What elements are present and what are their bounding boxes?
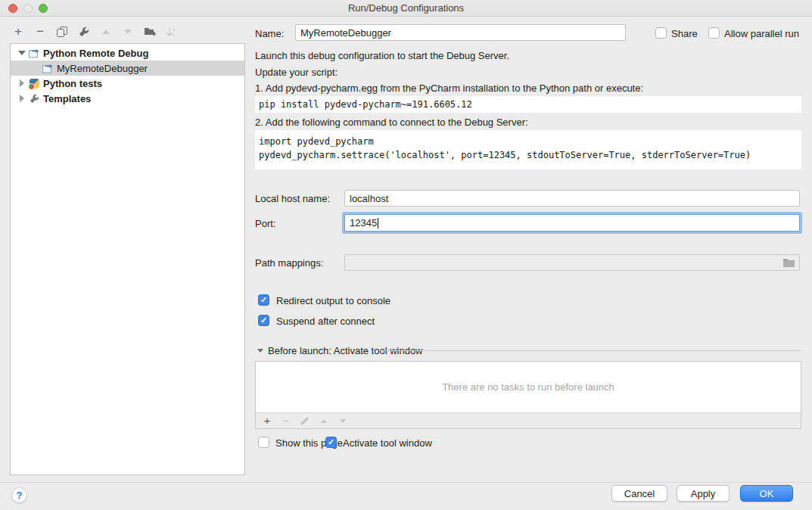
apply-button[interactable]: Apply (677, 485, 730, 502)
path-mappings-label: Path mappings: (255, 257, 323, 269)
port-input[interactable]: 12345 (344, 214, 800, 232)
code-line-2: pydevd_pycharm.settrace('localhost', por… (259, 148, 798, 162)
svg-text:z: z (173, 33, 175, 37)
copy-icon[interactable] (56, 26, 68, 38)
browse-folder-icon[interactable] (782, 257, 795, 268)
step2-text: 2. Add the following command to connect … (255, 117, 528, 128)
step1-text: 1. Add pydevd-pycharm.egg from the PyCha… (255, 82, 643, 94)
edit-task-icon[interactable] (300, 415, 310, 426)
share-checkbox[interactable] (655, 27, 667, 39)
chevron-right-icon[interactable] (16, 79, 28, 87)
footer-divider (0, 482, 812, 483)
activate-tool-window-label[interactable]: Activate tool window (343, 437, 432, 449)
intro-text: Launch this debug configuration to start… (255, 50, 509, 61)
chevron-down-icon[interactable] (16, 51, 28, 55)
chevron-right-icon[interactable] (16, 95, 28, 102)
help-button[interactable]: ? (11, 487, 27, 503)
allow-parallel-run-label[interactable]: Allow parallel run (724, 28, 799, 39)
tasks-empty-text: There are no tasks to run before launch (256, 362, 801, 412)
activate-tool-window-checkbox[interactable] (325, 437, 337, 448)
new-folder-icon[interactable] (144, 26, 156, 38)
show-this-page-checkbox[interactable] (258, 437, 269, 448)
share-label[interactable]: Share (671, 28, 698, 39)
move-up-icon[interactable] (100, 26, 112, 38)
sort-icon[interactable]: az (166, 26, 178, 38)
python-tests-icon (28, 78, 40, 89)
tree-item-label: Python tests (43, 78, 102, 89)
remove-icon[interactable]: − (34, 26, 46, 38)
suspend-after-connect-label[interactable]: Suspend after connect (276, 316, 375, 327)
name-label: Name: (255, 28, 284, 39)
local-host-name-label: Local host name: (255, 193, 330, 204)
update-script-text: Update your script: (255, 67, 338, 78)
tree-item-python-remote-debug[interactable]: Python Remote Debug (11, 45, 244, 61)
remote-debug-config-icon (28, 48, 40, 58)
text-caret (378, 218, 378, 229)
add-task-icon[interactable]: + (262, 415, 272, 426)
tree-item-label: MyRemoteDebugger (57, 63, 148, 74)
tree-item-templates[interactable]: Templates (11, 91, 244, 106)
chevron-down-icon (257, 349, 263, 353)
run-debug-configurations-dialog: Run/Debug Configurations + − az Python R… (0, 0, 812, 510)
code-line-1: import pydevd_pycharm (259, 135, 798, 148)
tree-item-label: Templates (43, 93, 91, 104)
redirect-output-checkbox[interactable] (258, 294, 269, 306)
port-value: 12345 (350, 217, 377, 229)
svg-text:a: a (173, 27, 176, 32)
tasks-toolbar: + − (256, 412, 801, 428)
add-icon[interactable]: + (12, 26, 24, 38)
name-input[interactable] (295, 24, 626, 41)
suspend-after-connect-checkbox[interactable] (258, 315, 269, 326)
remote-debug-config-icon (42, 63, 54, 73)
configurations-toolbar: + − az (12, 23, 178, 40)
allow-parallel-run-checkbox[interactable] (708, 27, 720, 39)
edit-defaults-icon[interactable] (78, 26, 90, 38)
move-down-icon[interactable] (122, 26, 134, 38)
tree-item-python-tests[interactable]: Python tests (11, 76, 244, 91)
tree-item-myremotedebugger[interactable]: MyRemoteDebugger (11, 61, 244, 76)
port-label: Port: (255, 218, 275, 229)
move-task-up-icon[interactable] (319, 415, 329, 426)
cancel-button[interactable]: Cancel (611, 485, 667, 502)
before-launch-tasks-panel: There are no tasks to run before launch … (255, 361, 801, 429)
tree-item-label: Python Remote Debug (43, 48, 148, 59)
window-title: Run/Debug Configurations (0, 0, 812, 17)
redirect-output-label[interactable]: Redirect output to console (276, 295, 390, 306)
wrench-icon (28, 93, 40, 104)
ok-button[interactable]: OK (740, 485, 793, 502)
pip-command-code: pip install pydevd-pycharm~=191.6605.12 (255, 96, 801, 113)
local-host-name-input[interactable] (344, 190, 800, 207)
titlebar: Run/Debug Configurations (0, 0, 812, 17)
configurations-tree: Python Remote Debug MyRemoteDebugger Pyt… (10, 43, 245, 475)
settrace-code-block: import pydevd_pycharm pydevd_pycharm.set… (255, 130, 801, 169)
section-divider (380, 350, 801, 351)
path-mappings-input[interactable] (344, 254, 800, 271)
move-task-down-icon[interactable] (338, 415, 348, 426)
remove-task-icon[interactable]: − (281, 415, 291, 426)
